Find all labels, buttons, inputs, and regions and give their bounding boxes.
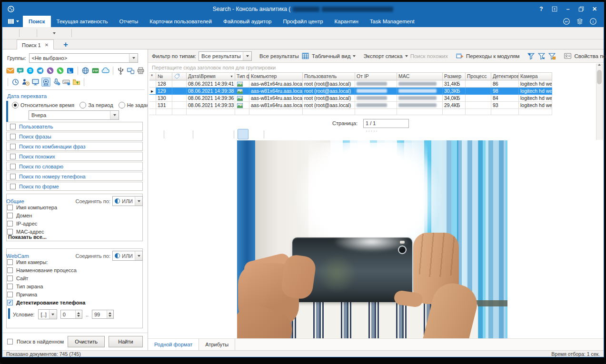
folder-icon[interactable] <box>72 78 80 86</box>
menu-item-карточки-пользователей[interactable]: Карточки пользователей <box>144 16 218 27</box>
export-list-button[interactable]: Экспорт списка <box>363 53 402 59</box>
filter-color-icon[interactable] <box>548 52 556 60</box>
person-activity-icon[interactable] <box>21 78 30 86</box>
go-to-modules-button[interactable]: Переходы к модулям <box>466 53 519 59</box>
clock-icon[interactable] <box>11 78 20 86</box>
condition-from-spinner[interactable]: 0 <box>60 310 82 319</box>
checkbox-row[interactable]: Сайт <box>7 275 28 281</box>
folder-export-icon[interactable] <box>40 29 51 38</box>
filter-item[interactable]: Поиск по комбинации фраз <box>6 142 143 151</box>
result-row-129[interactable]: ▸12908.06.2021 14:39:38aas-w81x64ru.aas.… <box>149 88 552 95</box>
resources-icon[interactable] <box>576 18 584 25</box>
groups-select[interactable]: <Не выбрано> <box>29 53 138 63</box>
column-header[interactable]: № <box>156 72 172 80</box>
user-properties-button[interactable]: Свойства пользо... <box>574 53 606 59</box>
im-icon[interactable]: IM <box>16 67 24 75</box>
filter-clear-icon[interactable] <box>537 52 546 60</box>
filter-item[interactable]: Поиск фразы <box>6 132 143 141</box>
filter-item[interactable]: Поиск по словарю <box>6 162 143 171</box>
folder-import-icon[interactable] <box>58 29 68 38</box>
date-option-radio[interactable]: За период <box>79 102 113 108</box>
checkbox-row[interactable]: Тип экрана <box>7 284 43 289</box>
restore-button[interactable] <box>578 6 585 12</box>
column-header[interactable]: Тип фа <box>235 72 249 80</box>
filter-by-type-select[interactable]: Все результаты <box>199 51 252 61</box>
page-input[interactable] <box>363 119 409 128</box>
viber-icon[interactable] <box>46 67 54 75</box>
checkbox-row[interactable]: IP-адрес <box>7 221 37 226</box>
info-icon[interactable]: i <box>589 18 597 25</box>
condition-operator-select[interactable]: [..] <box>38 309 57 319</box>
menu-item-файловый-аудитор[interactable]: Файловый аудитор <box>218 16 278 27</box>
devices-icon[interactable] <box>127 67 135 75</box>
column-header[interactable]: Дата\Время▼ <box>187 72 235 80</box>
menu-item-поиск[interactable]: Поиск <box>23 16 51 27</box>
menu-item-отчеты[interactable]: Отчеты <box>114 16 144 27</box>
microphone-icon[interactable]: i <box>52 78 60 86</box>
rotate-left-icon[interactable] <box>168 129 178 139</box>
search-by-id-icon[interactable]: ID <box>75 29 86 38</box>
column-header[interactable]: От IP <box>355 72 397 80</box>
result-row-130[interactable]: 13008.06.2021 14:39:36aas-w81x64ru.aas.l… <box>149 95 552 102</box>
column-header[interactable]: Детектирова <box>491 72 519 80</box>
scrollbar-thumb[interactable] <box>597 70 602 84</box>
close-tab-icon[interactable]: ✕ <box>45 42 49 48</box>
menu-item-task-management[interactable]: Task Management <box>364 16 420 27</box>
clear-button[interactable]: Очистить <box>68 336 105 347</box>
column-header[interactable]: Камера <box>519 72 552 80</box>
result-row-131[interactable]: 13108.06.2021 14:39:33aas-w81x64ru.aas.l… <box>149 102 552 109</box>
checkbox-row[interactable]: Имя камеры: <box>7 259 48 265</box>
result-row-128[interactable]: 12808.06.2021 14:39:41aas-w81x64ru.aas.l… <box>149 80 552 88</box>
menu-item-карантин[interactable]: Карантин <box>329 16 364 27</box>
relative-time-select[interactable]: Вчера <box>29 110 119 120</box>
column-header[interactable]: Процесс <box>466 72 491 80</box>
printer-icon[interactable] <box>137 67 145 75</box>
close-button[interactable]: ✕ <box>591 6 598 12</box>
whatsapp-icon[interactable] <box>56 67 64 75</box>
search-in-found-checkbox[interactable] <box>7 339 13 344</box>
show-all-link[interactable]: Показать все... <box>8 234 47 240</box>
column-header[interactable]: * <box>149 72 156 80</box>
api-icon[interactable]: API <box>563 18 570 25</box>
pin-window-button[interactable] <box>551 6 558 12</box>
filter-item[interactable]: Поиск похожих <box>6 152 143 161</box>
column-header[interactable]: MAC <box>397 72 443 80</box>
checkbox-row[interactable]: Домен <box>7 213 32 218</box>
cascade-windows-icon[interactable] <box>5 29 16 38</box>
zoom-out-icon[interactable] <box>209 129 219 139</box>
checkbox-row[interactable]: Причина <box>7 292 37 297</box>
app-menu-button[interactable] <box>2 16 23 27</box>
new-tab-button[interactable]: + <box>63 40 68 49</box>
zoom-level-icon[interactable] <box>220 129 230 139</box>
search-similar-button[interactable]: Поиск похожих <box>410 53 448 59</box>
column-header[interactable] <box>172 72 187 80</box>
condition-to-spinner[interactable]: 99 <box>92 310 114 319</box>
mail-icon[interactable] <box>6 67 14 75</box>
user-search-icon[interactable] <box>23 29 33 38</box>
menu-item-профайл-центр[interactable]: Профайл центр <box>277 16 328 27</box>
rotate-right-icon[interactable] <box>179 129 189 139</box>
eye-icon[interactable] <box>268 129 278 139</box>
usb-icon[interactable] <box>117 67 125 75</box>
ftp-icon[interactable]: FTP <box>91 67 99 75</box>
all-results-button[interactable]: Все результаты <box>259 53 299 59</box>
filter-item[interactable]: Пользователь <box>6 122 143 131</box>
checkbox-row[interactable]: ✓Детектирование телефона <box>7 300 85 305</box>
refresh-view-icon[interactable] <box>250 129 260 139</box>
filter-item[interactable]: Поиск по форме <box>6 182 143 191</box>
find-button[interactable]: Найти <box>109 336 143 347</box>
telegram-icon[interactable] <box>36 67 44 75</box>
date-option-radio[interactable]: Относительное время <box>12 102 74 108</box>
caret-down-icon[interactable] <box>53 32 56 34</box>
minimize-button[interactable]: – <box>565 6 571 12</box>
webcam-icon[interactable] <box>41 78 50 87</box>
preview-tab-атрибуты[interactable]: Атрибуты <box>199 339 235 350</box>
keyboard-icon[interactable] <box>62 78 70 86</box>
monitor-icon[interactable] <box>31 78 40 86</box>
checkbox-row[interactable]: Наименование процесса <box>7 267 77 273</box>
date-option-radio[interactable]: Не задано <box>119 102 148 108</box>
http-icon[interactable] <box>81 67 89 75</box>
save-image-icon[interactable] <box>150 129 160 139</box>
menu-item-текущая-активность[interactable]: Текущая активность <box>51 16 114 27</box>
checkbox-row[interactable]: Имя компьютера <box>7 205 57 210</box>
